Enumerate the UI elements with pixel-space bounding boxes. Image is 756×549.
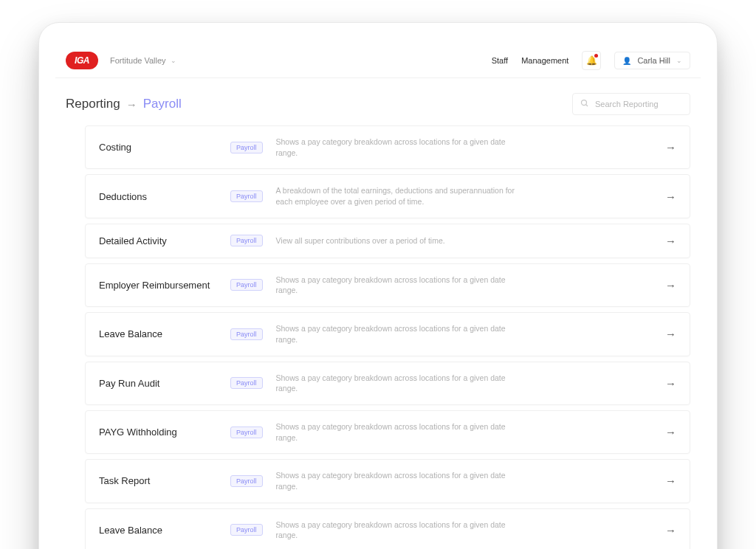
report-title: Employer Reimbursement [99, 280, 217, 291]
report-title: Detailed Activity [99, 235, 217, 246]
nav-management[interactable]: Management [521, 56, 568, 65]
report-row[interactable]: DeductionsPayrollA breakdown of the tota… [85, 174, 690, 218]
user-menu[interactable]: 👤 Carla Hill ⌄ [614, 52, 690, 69]
breadcrumb-current: Payroll [143, 97, 182, 111]
nav-staff[interactable]: Staff [492, 56, 508, 65]
breadcrumb: Reporting → Payroll [66, 97, 182, 111]
report-row[interactable]: Pay Run AuditPayrollShows a pay category… [85, 362, 690, 405]
report-row[interactable]: CostingPayrollShows a pay category break… [85, 125, 690, 169]
arrow-right-icon: → [665, 328, 676, 340]
report-title: Leave Balance [99, 525, 217, 536]
brand-logo: IGA [66, 52, 98, 69]
report-description: Shows a pay category breakdown across lo… [276, 519, 520, 541]
report-row[interactable]: PAYG WithholdingPayrollShows a pay categ… [85, 410, 690, 454]
report-description: View all super contributions over a peri… [276, 235, 520, 246]
report-badge: Payroll [230, 377, 263, 389]
report-row[interactable]: Leave BalancePayrollShows a pay category… [85, 312, 690, 356]
report-title: Pay Run Audit [99, 378, 217, 389]
report-description: Shows a pay category breakdown across lo… [276, 323, 520, 345]
report-description: A breakdown of the total earnings, deduc… [276, 185, 520, 207]
report-description: Shows a pay category breakdown across lo… [276, 421, 520, 443]
report-badge: Payroll [230, 328, 263, 340]
report-row[interactable]: Employer ReimbursementPayrollShows a pay… [85, 263, 690, 307]
report-title: Deductions [99, 191, 217, 202]
subheader: Reporting → Payroll [55, 78, 701, 125]
location-selector[interactable]: Fortitude Valley ⌄ [110, 56, 176, 65]
report-badge: Payroll [230, 475, 263, 487]
report-badge: Payroll [230, 235, 263, 246]
report-description: Shows a pay category breakdown across lo… [276, 373, 520, 394]
user-icon: 👤 [622, 57, 631, 65]
svg-point-0 [582, 100, 587, 106]
arrow-right-icon: → [665, 524, 676, 536]
report-badge: Payroll [230, 142, 263, 153]
svg-line-1 [586, 105, 588, 107]
report-description: Shows a pay category breakdown across lo… [276, 470, 520, 491]
report-title: Task Report [99, 475, 217, 486]
notification-dot-icon [594, 54, 598, 58]
chevron-down-icon: ⌄ [171, 57, 176, 64]
report-row[interactable]: Task ReportPayrollShows a pay category b… [85, 459, 690, 503]
report-badge: Payroll [230, 524, 263, 536]
report-title: Costing [99, 142, 217, 153]
reports-list: CostingPayrollShows a pay category break… [55, 125, 701, 549]
report-badge: Payroll [230, 279, 263, 291]
arrow-right-icon: → [665, 235, 676, 247]
chevron-down-icon: ⌄ [676, 57, 682, 64]
report-title: Leave Balance [99, 328, 217, 339]
arrow-right-icon: → [665, 190, 676, 203]
report-title: PAYG Withholding [99, 427, 217, 438]
arrow-right-icon: → [665, 141, 676, 153]
device-frame: IGA Fortitude Valley ⌄ Staff Management … [38, 22, 718, 549]
report-row[interactable]: Leave BalancePayrollShows a pay category… [85, 508, 690, 549]
location-label: Fortitude Valley [110, 56, 166, 65]
report-badge: Payroll [230, 190, 263, 202]
app-container: IGA Fortitude Valley ⌄ Staff Management … [55, 44, 701, 549]
header-right: Staff Management 🔔 👤 Carla Hill ⌄ [492, 51, 690, 70]
arrow-right-icon: → [665, 474, 676, 487]
notifications-button[interactable]: 🔔 [582, 51, 601, 70]
arrow-right-icon: → [665, 426, 676, 438]
report-description: Shows a pay category breakdown across lo… [276, 274, 520, 296]
report-badge: Payroll [230, 427, 263, 438]
arrow-right-icon: → [126, 98, 137, 111]
header-left: IGA Fortitude Valley ⌄ [66, 52, 176, 69]
arrow-right-icon: → [665, 279, 676, 291]
header: IGA Fortitude Valley ⌄ Staff Management … [55, 44, 701, 78]
report-description: Shows a pay category breakdown across lo… [276, 137, 520, 158]
report-row[interactable]: Detailed ActivityPayrollView all super c… [85, 224, 690, 258]
arrow-right-icon: → [665, 377, 676, 390]
user-name-label: Carla Hill [637, 56, 670, 65]
search-icon [580, 99, 589, 109]
search-box[interactable] [572, 93, 690, 115]
breadcrumb-parent[interactable]: Reporting [66, 97, 120, 111]
search-input[interactable] [595, 100, 682, 108]
